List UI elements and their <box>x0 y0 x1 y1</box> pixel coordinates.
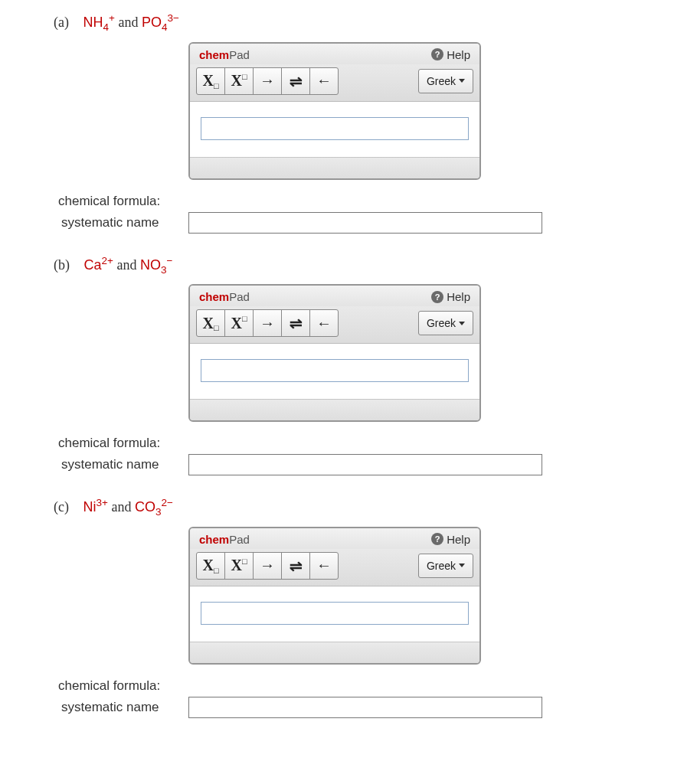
right-arrow-button[interactable]: → <box>253 67 282 95</box>
systematic-name-label: systematic name <box>61 215 188 230</box>
left-arrow-button[interactable]: ← <box>309 309 339 337</box>
and-text: and <box>111 499 131 514</box>
systematic-name-input-c[interactable] <box>188 697 542 718</box>
chempad-widget-a: chemPad ?Help X□ X□ → ⇌ ← Greek <box>188 42 481 180</box>
chempad-toolbar: X□ X□ → ⇌ ← Greek <box>190 549 479 586</box>
part-c-prompt: (c) Ni3+ and CO32− <box>54 497 682 518</box>
systematic-name-label: systematic name <box>61 457 188 472</box>
left-arrow-button[interactable]: ← <box>309 552 339 580</box>
chempad-toolbar: X□ X□ → ⇌ ← Greek <box>190 64 479 102</box>
chempad-footer <box>190 642 479 663</box>
equilibrium-button[interactable]: ⇌ <box>281 552 310 580</box>
ion-2: NO3− <box>140 257 172 273</box>
subscript-button[interactable]: X□ <box>196 309 225 337</box>
and-text: and <box>116 257 136 273</box>
right-arrow-button[interactable]: → <box>253 552 282 580</box>
help-link[interactable]: ?Help <box>431 290 470 303</box>
chempad-title: chemPad <box>199 533 250 546</box>
chempad-header: chemPad ?Help <box>190 528 479 549</box>
ion-2: CO32− <box>135 499 173 514</box>
chevron-down-icon <box>459 79 465 83</box>
equilibrium-button[interactable]: ⇌ <box>281 309 310 337</box>
superscript-button[interactable]: X□ <box>224 309 254 337</box>
chempad-body <box>190 586 479 642</box>
left-arrow-button[interactable]: ← <box>309 67 339 95</box>
subscript-button[interactable]: X□ <box>196 552 225 580</box>
chempad-input[interactable] <box>201 602 469 625</box>
part-marker: (a) <box>54 15 69 31</box>
systematic-name-input-b[interactable] <box>188 454 542 475</box>
chempad-widget-b: chemPad ?Help X□ X□ → ⇌ ← Greek <box>188 284 481 422</box>
part-marker: (b) <box>54 257 70 273</box>
equilibrium-button[interactable]: ⇌ <box>281 67 310 95</box>
superscript-button[interactable]: X□ <box>224 552 254 580</box>
help-link[interactable]: ?Help <box>431 48 470 61</box>
chempad-body <box>190 102 479 157</box>
superscript-button[interactable]: X□ <box>224 67 254 95</box>
chempad-toolbar: X□ X□ → ⇌ ← Greek <box>190 306 479 344</box>
systematic-name-input-a[interactable] <box>188 212 542 234</box>
help-icon: ? <box>431 533 443 545</box>
chevron-down-icon <box>459 564 465 567</box>
ion-1: NH4+ <box>83 15 114 30</box>
chempad-widget-c: chemPad ?Help X□ X□ → ⇌ ← Greek <box>188 527 481 665</box>
chemical-formula-label: chemical formula: <box>58 678 682 694</box>
ion-2: PO43− <box>142 15 179 30</box>
chevron-down-icon <box>459 322 465 325</box>
help-link[interactable]: ?Help <box>431 533 470 546</box>
greek-dropdown[interactable]: Greek <box>418 69 473 93</box>
help-icon: ? <box>431 48 443 60</box>
subscript-button[interactable]: X□ <box>196 67 225 95</box>
ion-1: Ni3+ <box>83 499 107 514</box>
chempad-title: chemPad <box>199 48 250 61</box>
systematic-name-label: systematic name <box>61 700 188 715</box>
right-arrow-button[interactable]: → <box>253 309 282 337</box>
and-text: and <box>118 15 138 30</box>
chemical-formula-label: chemical formula: <box>58 194 682 209</box>
part-a-prompt: (a) NH4+ and PO43− <box>54 12 682 33</box>
ion-1: Ca2+ <box>84 257 113 273</box>
chempad-header: chemPad ?Help <box>190 286 479 306</box>
greek-dropdown[interactable]: Greek <box>418 554 473 578</box>
help-icon: ? <box>431 291 443 303</box>
chempad-footer <box>190 399 479 420</box>
part-marker: (c) <box>54 499 69 515</box>
chemical-formula-label: chemical formula: <box>58 436 682 451</box>
chempad-input[interactable] <box>201 117 469 140</box>
part-b-prompt: (b) Ca2+ and NO3− <box>54 255 682 276</box>
chempad-title: chemPad <box>199 290 250 303</box>
greek-dropdown[interactable]: Greek <box>418 311 473 335</box>
chempad-header: chemPad ?Help <box>190 44 479 64</box>
chempad-body <box>190 344 479 399</box>
chempad-input[interactable] <box>201 359 469 382</box>
chempad-footer <box>190 157 479 178</box>
